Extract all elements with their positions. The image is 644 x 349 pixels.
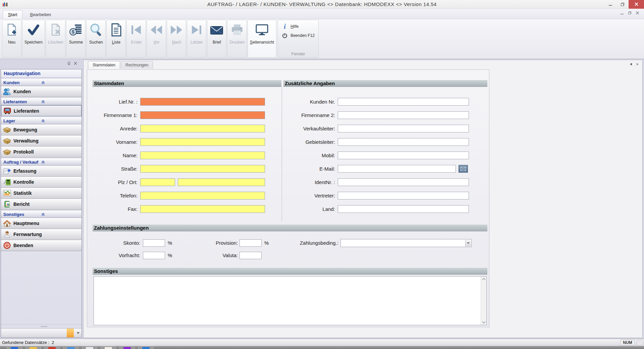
input-fax[interactable] [140, 205, 265, 213]
form-row: Firmenname 1: [93, 111, 282, 119]
tab-rechnungen[interactable]: Rechnungen [121, 61, 153, 69]
input-firmenname-1[interactable] [140, 111, 265, 119]
dropdown-arrow-icon[interactable] [77, 332, 79, 334]
support-person-icon [4, 231, 10, 238]
ribbon-buttons: NeuSpeichernLöschen$SummeSuchenListeErst… [2, 20, 277, 58]
input-strasse[interactable] [140, 165, 265, 173]
input-vorname[interactable] [140, 138, 265, 146]
pin-icon[interactable] [67, 62, 71, 66]
sidebar-item-bewegung[interactable]: Bewegung [1, 124, 82, 135]
skonto-percent-sign: % [168, 239, 172, 247]
sidebar-group-header-kunden[interactable]: Kunden [1, 79, 82, 86]
status-record-count: Gefundene Datensätze : 2 [2, 340, 54, 345]
sidebar: Hauptnavigation KundenKundenLieferantenL… [1, 69, 82, 338]
hilfe-button[interactable]: iHilfe [278, 20, 318, 30]
mdi-restore-icon[interactable] [628, 11, 632, 15]
input-mobil[interactable] [338, 152, 469, 159]
delete-document-icon [50, 23, 62, 37]
last-record-icon [191, 25, 203, 35]
mdi-minimize-icon[interactable] [620, 11, 624, 15]
power-red-icon [3, 242, 11, 249]
form-row: Kunden Nr. [283, 98, 488, 106]
scrollbar[interactable] [481, 277, 486, 325]
input-plz[interactable] [140, 178, 175, 186]
ribbon-button-summe[interactable]: $Summe [66, 20, 86, 58]
scroll-down-icon[interactable] [482, 321, 486, 324]
beenden-f12-button[interactable]: Beenden F12 [278, 30, 318, 38]
sidebar-item-label: Protokoll [13, 149, 34, 155]
sidebar-group-header-lieferanten[interactable]: Lieferanten [1, 98, 82, 105]
input-gebietsleiter[interactable] [338, 138, 469, 146]
form-row: Vertreter: [283, 192, 488, 199]
ribbon-tab-bearbeiten[interactable]: Bearbeiten [24, 10, 56, 19]
sidebar-item-erfassung[interactable]: Erfassung [1, 166, 82, 177]
taskbar-item-purple-app-icon[interactable] [119, 346, 135, 349]
ribbon-button-seitenansicht[interactable]: Seitenansicht [248, 20, 276, 58]
input-anrede[interactable] [140, 125, 265, 132]
sidebar-item-label: Fernwartung [13, 232, 42, 237]
sidebar-item-protokoll[interactable]: Protokoll [1, 147, 82, 158]
input-identnr[interactable] [338, 178, 469, 186]
field-label-e-mail: E-Mail: [283, 166, 338, 172]
ribbon-button-suchen[interactable]: Suchen [86, 20, 106, 58]
valuta-input[interactable] [239, 252, 262, 259]
taskbar-item-window-blue-icon[interactable] [63, 346, 78, 349]
sidebar-item-hauptmenu[interactable]: Hauptmenu [1, 218, 82, 229]
combo-dropdown-button[interactable] [465, 240, 471, 246]
first-record-icon [130, 25, 142, 35]
mdi-window-controls [620, 11, 639, 15]
document-plus-icon [3, 167, 11, 175]
field-label-gebietsleiter: Gebietsleiter: [283, 139, 338, 145]
input-lief-nr[interactable] [140, 98, 265, 106]
sidebar-group-header-lager[interactable]: Lager [1, 117, 82, 124]
form-row: Lief.Nr. : [93, 98, 282, 106]
input-land[interactable] [338, 205, 469, 213]
input-verkaufsleiter[interactable] [338, 125, 469, 132]
input-kunden-nr[interactable] [338, 98, 469, 106]
sidebar-group-header-auftrag-verkauf[interactable]: Auftrag / Verkauf [1, 159, 82, 166]
scroll-up-icon[interactable] [482, 278, 486, 280]
ribbon-button-brief[interactable]: Brief [207, 20, 226, 58]
sidebar-item-bericht[interactable]: Bericht [1, 199, 82, 210]
input-e-mail[interactable] [338, 165, 456, 173]
tab-scroll-right-icon[interactable] [636, 63, 639, 66]
tab-scroll-left-icon[interactable] [630, 63, 632, 66]
sidebar-item-verwaltung[interactable]: Verwaltung [1, 135, 82, 147]
field-label-firmenname-1: Firmenname 1: [93, 112, 140, 118]
input-telefon[interactable] [140, 192, 265, 199]
input-ort[interactable] [178, 178, 265, 186]
sidebar-item-label: Statistik [13, 190, 32, 196]
ribbon-button-speichern[interactable]: Speichern [22, 20, 45, 58]
input-name[interactable] [140, 152, 265, 159]
sidebar-item-beenden[interactable]: Beenden [1, 240, 82, 251]
taskbar-item-media-red-icon[interactable] [44, 346, 60, 349]
taskbar-item-browser-swoosh-icon[interactable] [138, 346, 154, 349]
provision-input[interactable] [239, 239, 262, 247]
tab-stammdaten[interactable]: Stammdaten [88, 61, 120, 69]
taskbar-item-folder-icon[interactable] [25, 346, 41, 349]
vorfracht-input[interactable] [143, 252, 165, 259]
sidebar-item-statistik[interactable]: Statistik [1, 188, 82, 199]
ribbon-tab-start[interactable]: Start [3, 10, 22, 19]
send-email-button[interactable] [459, 165, 468, 173]
sidebar-splitter[interactable] [1, 324, 82, 328]
zahlungsbedingung-combobox[interactable] [340, 239, 472, 247]
svg-text:i: i [284, 23, 286, 30]
input-vertreter[interactable] [338, 192, 469, 199]
sidebar-item-fernwartung[interactable]: Fernwartung [1, 229, 82, 240]
skonto-input[interactable] [143, 239, 165, 247]
mdi-close-icon[interactable] [636, 11, 639, 15]
taskbar-item-camera-icon[interactable] [82, 346, 97, 349]
sidebar-group-header-sonstiges[interactable]: Sonstiges [1, 211, 82, 218]
panel-close-icon[interactable] [74, 62, 77, 66]
power-icon [282, 33, 287, 38]
ribbon-button-liste[interactable]: Liste [106, 20, 126, 58]
sidebar-item-kunden[interactable]: Kunden [1, 86, 82, 97]
input-firmenname-2[interactable] [338, 111, 469, 119]
sidebar-item-kontrolle[interactable]: Kontrolle [1, 177, 82, 188]
taskbar-item-paint-icon[interactable] [101, 346, 116, 349]
sidebar-item-lieferanten[interactable]: Lieferanten [1, 105, 82, 116]
ribbon-button-neu[interactable]: Neu [2, 20, 21, 58]
taskbar-item-start-icon[interactable] [7, 346, 22, 349]
sonstiges-textarea[interactable] [94, 276, 487, 325]
